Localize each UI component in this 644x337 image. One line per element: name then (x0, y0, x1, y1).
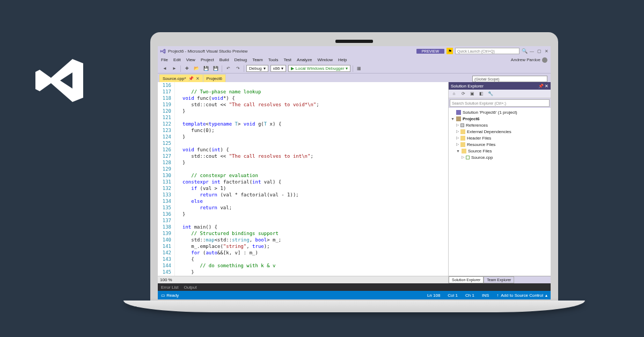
properties-icon[interactable]: 🔧 (487, 90, 494, 98)
tree-item[interactable]: ▷Resource Files (451, 141, 548, 148)
tree-item[interactable]: ▷Source.cpp (451, 154, 548, 160)
tab-close-icon[interactable]: ✕ (196, 76, 200, 81)
status-ins: INS (482, 293, 489, 298)
solution-tree[interactable]: Solution 'Project6' (1 project)▼Project6… (449, 108, 551, 276)
refresh-icon[interactable]: ⟳ (459, 90, 467, 98)
user-name[interactable]: Andrew Pardoe (511, 57, 540, 62)
solution-explorer-toolbar: ⌂ ⟳ ▣ ◧ 🔧 (449, 90, 551, 98)
nav-fwd-icon[interactable]: ► (171, 65, 178, 72)
status-col: Col 1 (448, 293, 458, 298)
toolbar: ◄ ► ✚ 📂 💾 💾 ↶ ↷ Debug▾ x86▾ ▶ Local Wind… (158, 64, 551, 74)
editor-footer: 100 % (158, 276, 448, 283)
fold-margin[interactable] (175, 82, 180, 276)
open-icon[interactable]: 📂 (193, 65, 200, 72)
start-debugger-button[interactable]: ▶ Local Windows Debugger ▾ (288, 65, 350, 72)
show-all-icon[interactable]: ◧ (478, 90, 485, 98)
solution-explorer-panel: Solution Explorer 📌 ✕ ⌂ ⟳ ▣ ◧ 🔧 Search S… (449, 82, 551, 283)
scope-dropdown[interactable]: (Global Scope) (472, 76, 547, 82)
code-content[interactable]: // Two-phase name lookupvoid func(void*)… (180, 82, 448, 276)
code-editor[interactable]: 1161171181191201211221231241251261271281… (158, 82, 448, 276)
visual-studio-logo-icon (32, 54, 86, 107)
line-number-gutter: 1161171181191201211221231241251261271281… (158, 82, 175, 276)
tab-output[interactable]: Output (184, 285, 196, 290)
nav-back-icon[interactable]: ◄ (161, 65, 169, 72)
collapse-icon[interactable]: ▣ (469, 90, 476, 98)
tree-item[interactable]: ▷External Dependencies (451, 128, 548, 135)
laptop-mockup: Project6 - Microsoft Visual Studio Previ… (150, 32, 558, 337)
status-ch: Ch 1 (465, 293, 474, 298)
zoom-level[interactable]: 100 % (160, 277, 172, 282)
save-all-icon[interactable]: 💾 (212, 65, 219, 72)
menu-bar: File Edit View Project Build Debug Team … (158, 56, 551, 64)
home-icon[interactable]: ⌂ (450, 90, 458, 98)
tab-solution-explorer[interactable]: Solution Explorer (449, 276, 484, 283)
user-avatar-icon[interactable] (542, 57, 547, 63)
search-icon[interactable]: 🔍 (522, 48, 528, 54)
menu-edit[interactable]: Edit (173, 57, 181, 62)
menu-debug[interactable]: Debug (235, 57, 247, 62)
save-icon[interactable]: 💾 (202, 65, 210, 72)
tree-item[interactable]: ▼Project6 (451, 115, 548, 122)
bottom-panel-tabs: Error List Output (158, 283, 551, 291)
minimize-button[interactable]: — (530, 49, 534, 54)
status-bar: ▭ Ready Ln 108 Col 1 Ch 1 INS ↑ Add to S… (158, 291, 551, 299)
toolbar-misc-icon[interactable]: ▦ (355, 65, 363, 72)
status-source-control[interactable]: ↑ Add to Source Control ▴ (496, 293, 547, 298)
menu-file[interactable]: File (161, 57, 168, 62)
platform-dropdown[interactable]: x86▾ (270, 65, 287, 72)
undo-icon[interactable]: ↶ (224, 65, 232, 72)
maximize-button[interactable]: ▢ (537, 49, 541, 54)
menu-tools[interactable]: Tools (268, 57, 279, 62)
menu-project[interactable]: Project (201, 57, 214, 62)
ide-window: Project6 - Microsoft Visual Studio Previ… (158, 46, 551, 299)
menu-window[interactable]: Window (318, 57, 333, 62)
new-project-icon[interactable]: ✚ (183, 65, 191, 72)
menu-help[interactable]: Help (338, 57, 347, 62)
preview-badge: PREVIEW (416, 49, 444, 54)
solution-explorer-search[interactable]: Search Solution Explorer (Ctrl+;) (450, 99, 550, 107)
window-title: Project6 - Microsoft Visual Studio Previ… (168, 49, 414, 54)
menu-analyze[interactable]: Analyze (297, 57, 312, 62)
menu-build[interactable]: Build (219, 57, 229, 62)
title-bar: Project6 - Microsoft Visual Studio Previ… (158, 46, 551, 56)
notification-flag-icon[interactable]: ⚑ (447, 48, 453, 54)
menu-view[interactable]: View (186, 57, 195, 62)
tree-item[interactable]: Solution 'Project6' (1 project) (451, 109, 548, 115)
tree-item[interactable]: ▷Header Files (451, 135, 548, 141)
document-tab-row: Source.cpp* 📌 ✕ Project6 (Global Scope) (158, 74, 551, 82)
menu-test[interactable]: Test (283, 57, 291, 62)
editor-pane: 1161171181191201211221231241251261271281… (158, 82, 449, 283)
status-line: Ln 108 (427, 293, 440, 298)
tab-error-list[interactable]: Error List (161, 285, 178, 290)
tab-pin-icon[interactable]: 📌 (188, 76, 194, 81)
redo-icon[interactable]: ↷ (234, 65, 241, 72)
vs-icon (160, 48, 166, 54)
panel-pin-icon[interactable]: 📌 (538, 84, 544, 89)
tab-team-explorer[interactable]: Team Explorer (484, 276, 514, 283)
close-button[interactable]: ✕ (545, 49, 548, 54)
tree-item[interactable]: ▷References (451, 122, 548, 128)
status-ready: ▭ Ready (161, 293, 179, 298)
solution-explorer-title: Solution Explorer 📌 ✕ (449, 82, 551, 90)
tab-project6[interactable]: Project6 (203, 74, 226, 82)
tab-source-cpp[interactable]: Source.cpp* 📌 ✕ (159, 74, 203, 82)
config-dropdown[interactable]: Debug▾ (246, 65, 268, 72)
quick-launch-input[interactable]: Quick Launch (Ctrl+Q) (455, 48, 519, 54)
panel-close-icon[interactable]: ✕ (545, 84, 548, 89)
tree-item[interactable]: ▼Source Files (451, 148, 548, 154)
menu-team[interactable]: Team (252, 57, 263, 62)
side-panel-tabs: Solution Explorer Team Explorer (449, 276, 551, 283)
